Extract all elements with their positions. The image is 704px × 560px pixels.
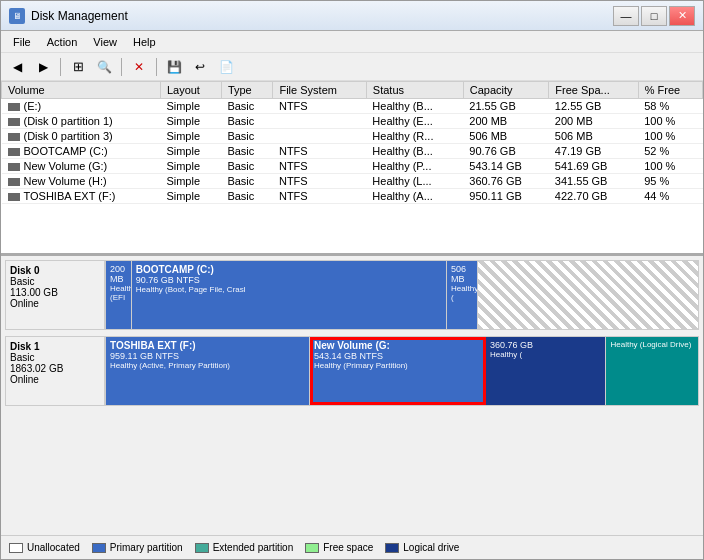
legend-freespace-box <box>305 543 319 553</box>
table-body: (E:)SimpleBasicNTFSHealthy (B...21.55 GB… <box>2 99 703 204</box>
table-cell-2-7: 100 % <box>638 129 702 144</box>
table-row[interactable]: (E:)SimpleBasicNTFSHealthy (B...21.55 GB… <box>2 99 703 114</box>
main-content: Volume Layout Type File System Status Ca… <box>1 81 703 535</box>
table-cell-2-5: 506 MB <box>463 129 549 144</box>
table-row[interactable]: (Disk 0 partition 1)SimpleBasicHealthy (… <box>2 114 703 129</box>
disk-1-part-newvol[interactable]: New Volume (G: 543.14 GB NTFS Healthy (P… <box>310 337 486 405</box>
table-cell-0-2: Basic <box>221 99 273 114</box>
legend-freespace: Free space <box>305 542 373 553</box>
app-icon: 🖥 <box>9 8 25 24</box>
volume-table-area: Volume Layout Type File System Status Ca… <box>1 81 703 256</box>
toolbar-separator-1 <box>60 58 61 76</box>
legend-logical: Logical drive <box>385 542 459 553</box>
table-row[interactable]: New Volume (G:)SimpleBasicNTFSHealthy (P… <box>2 159 703 174</box>
back-button[interactable]: ◀ <box>5 56 29 78</box>
table-cell-3-6: 47.19 GB <box>549 144 638 159</box>
table-cell-4-1: Simple <box>160 159 221 174</box>
undo-button[interactable]: ↩ <box>188 56 212 78</box>
title-bar: 🖥 Disk Management — □ ✕ <box>1 1 703 31</box>
table-cell-1-7: 100 % <box>638 114 702 129</box>
disk-0-part-efi[interactable]: 200 MB Healthy (EFI <box>106 261 132 329</box>
disk-0-partitions: 200 MB Healthy (EFI BOOTCAMP (C:) 90.76 … <box>105 260 699 330</box>
table-cell-5-5: 360.76 GB <box>463 174 549 189</box>
legend-extended: Extended partition <box>195 542 294 553</box>
disk-0-part-bootcamp[interactable]: BOOTCAMP (C:) 90.76 GB NTFS Healthy (Boo… <box>132 261 447 329</box>
toolbar: ◀ ▶ ⊞ 🔍 ✕ 💾 ↩ 📄 <box>1 53 703 81</box>
table-cell-3-0: BOOTCAMP (C:) <box>2 144 161 159</box>
help-button[interactable]: ⊞ <box>66 56 90 78</box>
menu-file[interactable]: File <box>5 34 39 50</box>
table-row[interactable]: New Volume (H:)SimpleBasicNTFSHealthy (L… <box>2 174 703 189</box>
table-cell-3-1: Simple <box>160 144 221 159</box>
menu-view[interactable]: View <box>85 34 125 50</box>
col-capacity: Capacity <box>463 82 549 99</box>
table-cell-6-3: NTFS <box>273 189 366 204</box>
forward-button[interactable]: ▶ <box>31 56 55 78</box>
table-cell-1-6: 200 MB <box>549 114 638 129</box>
table-cell-5-1: Simple <box>160 174 221 189</box>
delete-button[interactable]: ✕ <box>127 56 151 78</box>
table-cell-6-1: Simple <box>160 189 221 204</box>
disk-row-1: Disk 1 Basic 1863.02 GB Online TOSHIBA E… <box>5 336 699 406</box>
table-cell-5-6: 341.55 GB <box>549 174 638 189</box>
disk-0-part-free[interactable] <box>478 261 698 329</box>
disk-1-name: Disk 1 <box>10 341 100 352</box>
table-cell-6-0: TOSHIBA EXT (F:) <box>2 189 161 204</box>
close-button[interactable]: ✕ <box>669 6 695 26</box>
title-bar-left: 🖥 Disk Management <box>9 8 128 24</box>
table-cell-3-7: 52 % <box>638 144 702 159</box>
disk-0-label: Disk 0 Basic 113.00 GB Online <box>5 260 105 330</box>
minimize-button[interactable]: — <box>613 6 639 26</box>
disk-0-type: Basic <box>10 276 100 287</box>
col-filesystem: File System <box>273 82 366 99</box>
table-cell-2-4: Healthy (R... <box>366 129 463 144</box>
col-type: Type <box>221 82 273 99</box>
table-row[interactable]: (Disk 0 partition 3)SimpleBasicHealthy (… <box>2 129 703 144</box>
menu-help[interactable]: Help <box>125 34 164 50</box>
disk-row-0: Disk 0 Basic 113.00 GB Online 200 MB Hea… <box>5 260 699 330</box>
table-cell-4-3: NTFS <box>273 159 366 174</box>
table-cell-3-3: NTFS <box>273 144 366 159</box>
legend-primary-label: Primary partition <box>110 542 183 553</box>
disk-0-part-recovery[interactable]: 506 MB Healthy ( <box>447 261 478 329</box>
legend-extended-label: Extended partition <box>213 542 294 553</box>
redo-button[interactable]: 📄 <box>214 56 238 78</box>
table-cell-0-5: 21.55 GB <box>463 99 549 114</box>
disk-1-part-logical[interactable]: Healthy (Logical Drive) <box>606 337 698 405</box>
properties-button[interactable]: 🔍 <box>92 56 116 78</box>
table-cell-1-5: 200 MB <box>463 114 549 129</box>
disk-1-type: Basic <box>10 352 100 363</box>
disk-1-part-newvolh[interactable]: 360.76 GB Healthy ( <box>486 337 606 405</box>
table-cell-2-0: (Disk 0 partition 3) <box>2 129 161 144</box>
table-cell-0-3: NTFS <box>273 99 366 114</box>
disk-area: Disk 0 Basic 113.00 GB Online 200 MB Hea… <box>1 256 703 456</box>
legend-logical-box <box>385 543 399 553</box>
table-cell-2-6: 506 MB <box>549 129 638 144</box>
save-button[interactable]: 💾 <box>162 56 186 78</box>
table-cell-3-5: 90.76 GB <box>463 144 549 159</box>
col-layout: Layout <box>160 82 221 99</box>
table-cell-5-2: Basic <box>221 174 273 189</box>
table-cell-0-7: 58 % <box>638 99 702 114</box>
disk-1-part-toshiba[interactable]: TOSHIBA EXT (F:) 959.11 GB NTFS Healthy … <box>106 337 310 405</box>
table-cell-4-0: New Volume (G:) <box>2 159 161 174</box>
disk-management-window: 🖥 Disk Management — □ ✕ File Action View… <box>0 0 704 560</box>
maximize-button[interactable]: □ <box>641 6 667 26</box>
table-cell-0-1: Simple <box>160 99 221 114</box>
disk-1-label: Disk 1 Basic 1863.02 GB Online <box>5 336 105 406</box>
col-freepct: % Free <box>638 82 702 99</box>
disk-0-size: 113.00 GB <box>10 287 100 298</box>
legend-unallocated-box <box>9 543 23 553</box>
col-freespace: Free Spa... <box>549 82 638 99</box>
window-title: Disk Management <box>31 9 128 23</box>
table-cell-3-2: Basic <box>221 144 273 159</box>
table-row[interactable]: BOOTCAMP (C:)SimpleBasicNTFSHealthy (B..… <box>2 144 703 159</box>
table-cell-6-5: 950.11 GB <box>463 189 549 204</box>
legend-extended-box <box>195 543 209 553</box>
table-cell-1-3 <box>273 114 366 129</box>
table-row[interactable]: TOSHIBA EXT (F:)SimpleBasicNTFSHealthy (… <box>2 189 703 204</box>
menu-action[interactable]: Action <box>39 34 86 50</box>
table-cell-3-4: Healthy (B... <box>366 144 463 159</box>
disk-0-status: Online <box>10 298 100 309</box>
toolbar-separator-2 <box>121 58 122 76</box>
